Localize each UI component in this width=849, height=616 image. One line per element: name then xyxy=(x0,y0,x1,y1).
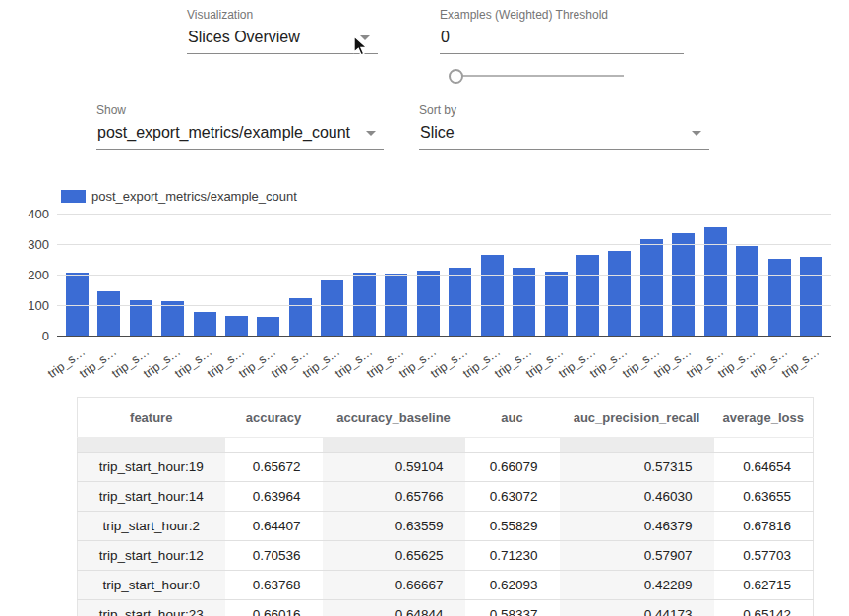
threshold-label: Examples (Weighted) Threshold xyxy=(440,8,684,22)
bar[interactable] xyxy=(640,239,663,336)
filter-row xyxy=(78,438,814,453)
bar[interactable] xyxy=(672,233,695,336)
metric-cell: 0.46379 xyxy=(560,512,714,541)
bar[interactable] xyxy=(768,259,791,336)
bar-slot xyxy=(189,312,220,336)
bar-slot xyxy=(795,257,826,336)
slider-track[interactable] xyxy=(455,75,624,77)
column-header[interactable]: auc xyxy=(465,398,560,438)
metric-cell: 0.58337 xyxy=(465,600,560,616)
bar[interactable] xyxy=(353,273,376,336)
bar[interactable] xyxy=(608,251,631,336)
column-header[interactable]: accuracy xyxy=(225,398,323,438)
bar[interactable] xyxy=(321,280,343,336)
visualization-label: Visualization xyxy=(187,8,378,22)
bar-slot xyxy=(348,273,380,336)
metric-cell: 0.46030 xyxy=(560,482,714,512)
bar-slot xyxy=(763,259,795,336)
gridline xyxy=(57,214,831,215)
column-header[interactable]: accuracy_baseline xyxy=(323,398,465,438)
filter-cell xyxy=(78,438,225,453)
threshold-slider[interactable] xyxy=(449,69,624,83)
metric-cell: 0.70536 xyxy=(225,541,323,571)
mouse-cursor-icon xyxy=(352,35,369,58)
table-row: trip_start_hour:190.656720.591040.660790… xyxy=(78,453,814,482)
bar[interactable] xyxy=(545,272,568,336)
threshold-input[interactable]: 0 xyxy=(440,29,684,54)
bar-slot xyxy=(61,273,92,336)
metric-cell: 0.64407 xyxy=(225,512,323,541)
visualization-dropdown[interactable]: Slices Overview xyxy=(187,29,378,54)
bar[interactable] xyxy=(449,268,471,336)
metric-cell: 0.57703 xyxy=(714,541,814,571)
bar-chart: trip_s…trip_s…trip_s…trip_s…trip_s…trip_… xyxy=(57,215,831,337)
bar[interactable] xyxy=(66,273,89,336)
feature-cell: trip_start_hour:19 xyxy=(78,453,225,482)
metric-cell: 0.64844 xyxy=(323,600,465,616)
bar-slot xyxy=(412,271,444,336)
filter-cell xyxy=(225,438,323,453)
bar-slot xyxy=(444,268,475,336)
x-tick: trip_s… xyxy=(795,340,826,382)
bar[interactable] xyxy=(800,257,822,336)
chevron-down-icon[interactable] xyxy=(692,131,701,136)
metric-cell: 0.63768 xyxy=(225,571,323,600)
filter-cell xyxy=(714,438,814,453)
y-tick-label: 300 xyxy=(6,237,49,252)
visualization-value: Slices Overview xyxy=(188,29,300,45)
metric-cell: 0.67816 xyxy=(714,512,814,541)
bar-slot xyxy=(92,291,124,336)
column-header[interactable]: feature xyxy=(78,398,225,438)
show-dropdown[interactable]: post_export_metrics/example_count xyxy=(96,124,384,150)
metric-cell: 0.66079 xyxy=(465,453,560,482)
sort-by-dropdown[interactable]: Slice xyxy=(419,124,709,150)
table-header-row: featureaccuracyaccuracy_baselineaucauc_p… xyxy=(78,398,814,438)
bar[interactable] xyxy=(576,255,599,336)
bar-slot xyxy=(317,280,348,336)
sort-by-label: Sort by xyxy=(419,103,709,117)
column-header[interactable]: average_loss xyxy=(714,398,814,438)
column-header[interactable]: auc_precision_recall xyxy=(560,398,714,438)
metric-cell: 0.55829 xyxy=(465,512,560,541)
metric-cell: 0.63964 xyxy=(225,482,323,512)
y-tick-label: 400 xyxy=(6,207,49,221)
bar-slot xyxy=(220,316,252,336)
metric-cell: 0.65142 xyxy=(714,600,814,616)
table-body: trip_start_hour:190.656720.591040.660790… xyxy=(78,438,814,616)
filter-cell xyxy=(323,438,465,453)
table-row: trip_start_hour:20.644070.635590.558290.… xyxy=(78,512,814,541)
feature-cell: trip_start_hour:14 xyxy=(78,482,225,512)
show-value: post_export_metrics/example_count xyxy=(97,124,350,141)
gridline xyxy=(57,244,831,245)
chevron-down-icon[interactable] xyxy=(366,131,376,136)
metric-cell: 0.62715 xyxy=(714,571,814,600)
bar[interactable] xyxy=(225,316,248,336)
gridline xyxy=(57,305,831,306)
bar-slot xyxy=(636,239,667,336)
metric-cell: 0.57907 xyxy=(560,541,714,571)
metric-cell: 0.71230 xyxy=(465,541,560,571)
sort-by-field: Sort by Slice xyxy=(419,103,709,150)
table-row: trip_start_hour:140.639640.657660.630720… xyxy=(78,482,814,512)
x-axis-line xyxy=(57,336,831,337)
slider-handle[interactable] xyxy=(449,69,463,84)
bar-slot xyxy=(508,268,539,336)
bar[interactable] xyxy=(736,246,758,336)
metric-cell: 0.66016 xyxy=(225,600,323,616)
metric-cell: 0.63072 xyxy=(465,482,560,512)
bar[interactable] xyxy=(97,291,120,336)
x-axis-labels: trip_s…trip_s…trip_s…trip_s…trip_s…trip_… xyxy=(61,340,827,382)
bar[interactable] xyxy=(257,317,279,336)
filter-cell xyxy=(560,438,714,453)
bar[interactable] xyxy=(194,312,216,336)
bar-slot xyxy=(540,272,572,336)
bar[interactable] xyxy=(513,268,535,336)
bar-slot xyxy=(668,233,699,336)
bar[interactable] xyxy=(481,255,504,336)
bar[interactable] xyxy=(417,271,440,336)
feature-cell: trip_start_hour:12 xyxy=(78,541,225,571)
bar[interactable] xyxy=(289,298,312,336)
bar-slot xyxy=(284,298,316,336)
bar[interactable] xyxy=(161,301,184,336)
bar-slot xyxy=(253,317,284,336)
